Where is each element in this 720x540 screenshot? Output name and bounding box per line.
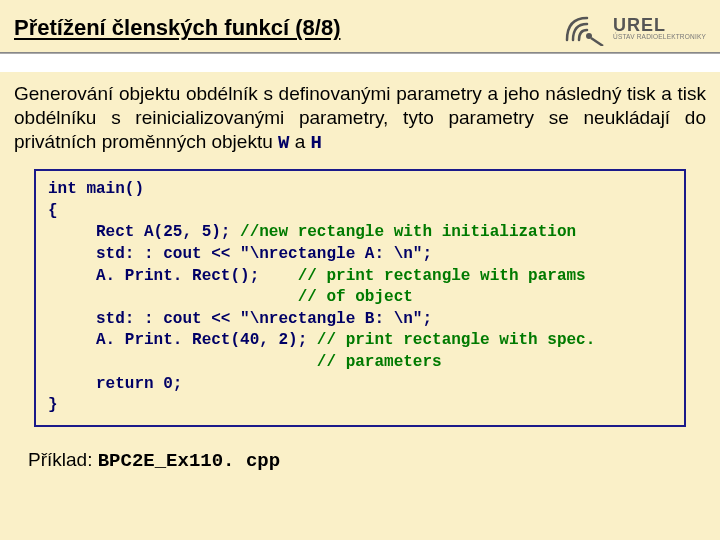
example-label: Příklad:: [28, 449, 98, 470]
example-footer: Příklad: BPC2E_Ex110. cpp: [14, 433, 706, 472]
header: Přetížení členských funkcí (8/8) UREL ÚS…: [0, 0, 720, 50]
gap: [0, 54, 720, 72]
code-line: {: [48, 202, 58, 220]
code-var-h: H: [311, 132, 322, 154]
svg-line-1: [591, 38, 603, 46]
logo-text: UREL ÚSTAV RADIOELEKTRONIKY: [613, 16, 706, 41]
code-line: A. Print. Rect(40, 2);: [48, 331, 317, 349]
code-comment: // parameters: [317, 353, 442, 371]
slide-title: Přetížení členských funkcí (8/8): [14, 15, 340, 41]
code-line: A. Print. Rect();: [48, 267, 298, 285]
code-comment: //new rectangle with initialization: [240, 223, 576, 241]
description-paragraph: Generování objektu obdélník s definovaný…: [14, 82, 706, 155]
code-line: std: : cout << "\nrectangle A: \n";: [48, 245, 432, 263]
code-line: Rect A(25, 5);: [48, 223, 240, 241]
code-line: return 0;: [48, 375, 182, 393]
content: Generování objektu obdélník s definovaný…: [0, 72, 720, 480]
logo: UREL ÚSTAV RADIOELEKTRONIKY: [561, 10, 706, 46]
para-between: a: [289, 131, 310, 152]
code-comment: // of object: [298, 288, 413, 306]
code-line: std: : cout << "\nrectangle B: \n";: [48, 310, 432, 328]
code-line: [48, 288, 298, 306]
code-line: [48, 353, 317, 371]
code-var-w: W: [278, 132, 289, 154]
para-text: Generování objektu obdélník s definovaný…: [14, 83, 706, 152]
antenna-icon: [561, 10, 607, 46]
logo-brand: UREL: [613, 16, 706, 34]
logo-subtitle: ÚSTAV RADIOELEKTRONIKY: [613, 34, 706, 41]
code-line: }: [48, 396, 58, 414]
code-block: int main() { Rect A(25, 5); //new rectan…: [34, 169, 686, 427]
code-line: int main(): [48, 180, 144, 198]
example-filename: BPC2E_Ex110. cpp: [98, 450, 280, 472]
code-comment: // print rectangle with spec.: [317, 331, 595, 349]
code-comment: // print rectangle with params: [298, 267, 586, 285]
